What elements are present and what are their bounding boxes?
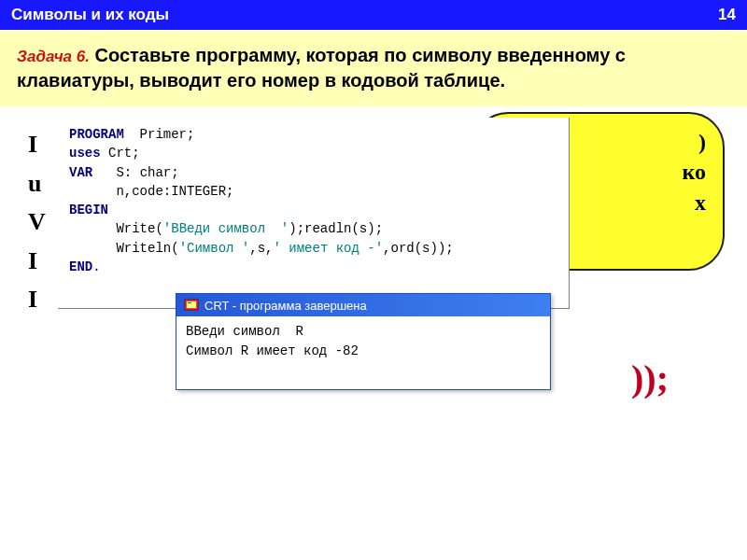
crt-line-2: Символ R имеет код -82 <box>186 343 359 358</box>
code-l7s2: ' имеет код -' <box>273 241 383 256</box>
slide-title-bar: Символы и их коды 14 <box>0 0 747 30</box>
slide-title: Символы и их коды <box>11 6 169 24</box>
code-l6b: );readln(s); <box>289 221 383 236</box>
background-text-left: I u V I I <box>28 125 46 319</box>
code-l3: S: char; <box>92 165 178 180</box>
bg-left-3: V <box>28 203 46 242</box>
paren-fragment: )); <box>631 357 669 400</box>
code-editor[interactable]: PROGRAM Primer; uses Crt; VAR S: char; n… <box>58 118 570 309</box>
bg-left-5: I <box>28 242 46 281</box>
kw-uses: uses <box>69 146 101 161</box>
code-l7b: ,ord(s)); <box>383 241 454 256</box>
slide-page-number: 14 <box>718 6 736 24</box>
crt-output-body: ВВеди символ R Символ R имеет код -82 <box>176 316 550 367</box>
crt-line-1: ВВеди символ R <box>186 324 303 339</box>
svg-rect-2 <box>188 302 191 303</box>
code-l7s1: 'Символ ' <box>179 241 250 256</box>
task-description: Задача 6. Составьте программу, которая п… <box>0 30 747 106</box>
crt-window-title: CRT - программа завершена <box>204 299 367 313</box>
code-l7a: Writeln( <box>69 241 179 256</box>
task-text: Составьте программу, которая по символу … <box>17 45 626 91</box>
task-prefix: Задача 6. <box>17 48 90 65</box>
kw-end: END <box>69 259 92 274</box>
crt-titlebar[interactable]: CRT - программа завершена <box>176 294 550 316</box>
kw-var: VAR <box>69 165 92 180</box>
bg-left-2: u <box>28 164 46 203</box>
crt-output-window[interactable]: CRT - программа завершена ВВеди символ R… <box>176 293 551 390</box>
kw-program: PROGRAM <box>69 127 124 142</box>
code-l1: Primer; <box>124 127 195 142</box>
code-l4: n,code:INTEGER; <box>69 184 233 199</box>
kw-begin: BEGIN <box>69 203 108 217</box>
code-l6a: Write( <box>69 221 163 236</box>
code-l6str: 'ВВеди символ ' <box>163 221 289 236</box>
bg-left-1: I <box>28 125 46 164</box>
code-l7m: ,s, <box>249 241 273 256</box>
bg-left-7: I <box>28 280 46 319</box>
code-l2: Crt; <box>101 146 140 161</box>
crt-app-icon <box>184 298 199 313</box>
content-area: I u V I I ) ко х )); PROGRAM Primer; use… <box>0 106 747 498</box>
code-l8: . <box>92 259 100 274</box>
